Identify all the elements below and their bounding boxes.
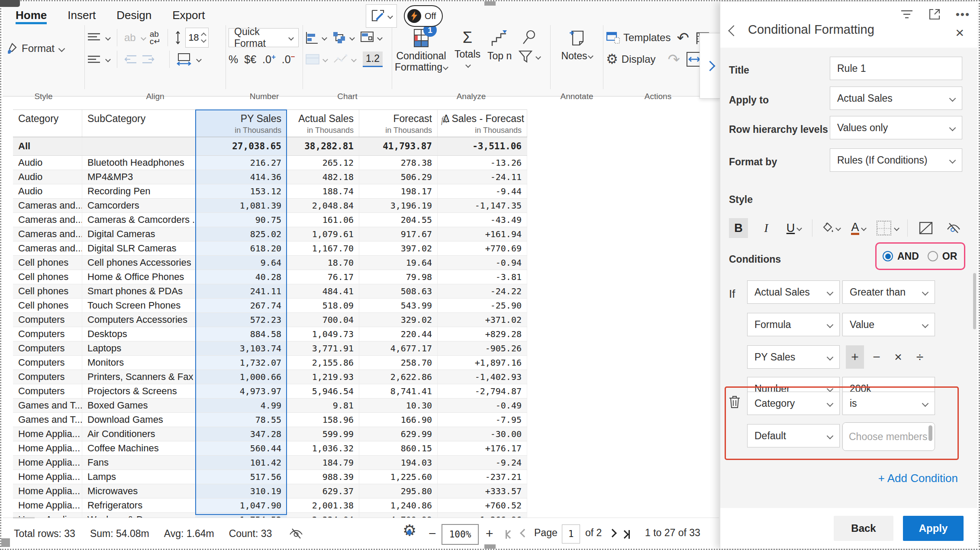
- more-options-icon[interactable]: •••: [956, 12, 970, 16]
- condition2-operator-dropdown[interactable]: is: [842, 392, 935, 415]
- cell-actual-sales[interactable]: 2,048.84: [287, 199, 359, 212]
- cell-py-sales[interactable]: 4.99: [196, 399, 287, 412]
- cell-py-sales[interactable]: 1,000.66: [196, 370, 287, 384]
- fill-color-button[interactable]: [821, 218, 840, 238]
- search-icon[interactable]: [522, 29, 537, 45]
- apply-to-dropdown[interactable]: Actual Sales: [830, 87, 962, 110]
- condition1-field-dropdown[interactable]: Actual Sales: [747, 280, 840, 304]
- cell-actual-sales[interactable]: 700.04: [287, 313, 359, 327]
- cell-forecast[interactable]: 41,793.87: [359, 137, 438, 155]
- cell-subcategory[interactable]: Touch Screen Phones: [82, 299, 196, 312]
- currency-format-button[interactable]: $€: [244, 53, 256, 66]
- decrease-indent-icon[interactable]: [124, 54, 137, 64]
- cell-delta[interactable]: -0.94: [438, 256, 527, 270]
- cell-subcategory[interactable]: Home & Office Phones: [82, 270, 196, 284]
- cell-actual-sales[interactable]: 5,946.54: [287, 384, 359, 398]
- cell-delta[interactable]: -2,794.87: [438, 384, 527, 398]
- cell-actual-sales[interactable]: 518.09: [287, 299, 359, 312]
- no-image-button[interactable]: [916, 218, 935, 238]
- cell-category[interactable]: Audio: [13, 184, 82, 198]
- cell-actual-sales[interactable]: 988.39: [287, 470, 359, 484]
- cell-delta[interactable]: +1,897.16: [438, 356, 527, 370]
- cell-subcategory[interactable]: Air Conditioners: [82, 427, 196, 441]
- cell-py-sales[interactable]: 101.42: [196, 456, 287, 470]
- cell-forecast[interactable]: 8,741.41: [359, 384, 438, 398]
- cell-category[interactable]: Cell phones: [13, 270, 82, 284]
- cell-py-sales[interactable]: 414.36: [196, 170, 287, 184]
- templates-button[interactable]: Templates: [606, 32, 671, 44]
- cell-subcategory[interactable]: Boxed Games: [82, 399, 196, 412]
- cell-delta[interactable]: -3,511.06: [438, 137, 527, 155]
- popout-icon[interactable]: [928, 8, 941, 21]
- font-color-button[interactable]: A: [849, 218, 868, 238]
- cell-subcategory[interactable]: Projectors & Screens: [82, 384, 196, 398]
- format-by-dropdown[interactable]: Rules (If Conditions): [830, 148, 962, 172]
- cell-py-sales[interactable]: 1,047.90: [196, 499, 287, 512]
- cell-forecast[interactable]: 3,196.19: [359, 199, 438, 212]
- rule-title-input[interactable]: [830, 57, 962, 80]
- cell-subcategory[interactable]: Digital SLR Cameras: [82, 241, 196, 255]
- cell-delta[interactable]: -9.24: [438, 456, 527, 470]
- cell-subcategory[interactable]: Desktops: [82, 327, 196, 341]
- close-icon[interactable]: ×: [955, 26, 964, 39]
- cell-actual-sales[interactable]: 1,036.32: [287, 441, 359, 455]
- conditional-formatting-button[interactable]: 1 Conditional Formatting: [395, 29, 448, 73]
- members-scrollbar[interactable]: [928, 425, 932, 441]
- cell-subcategory[interactable]: Cameras & Camcorders ...: [82, 213, 196, 227]
- cell-forecast[interactable]: 194.03: [359, 456, 438, 470]
- cell-subcategory[interactable]: Recording Pen: [82, 184, 196, 198]
- cell-py-sales[interactable]: 884.58: [196, 327, 287, 341]
- row-height-stepper[interactable]: 18: [185, 28, 208, 48]
- cell-subcategory[interactable]: Smart phones & PDAs: [82, 284, 196, 298]
- choose-members-input[interactable]: [842, 422, 935, 451]
- delete-condition-icon[interactable]: [729, 395, 740, 408]
- cell-py-sales[interactable]: 9.64: [196, 256, 287, 270]
- first-page-button[interactable]: [506, 530, 513, 539]
- operator-minus-button[interactable]: −: [867, 345, 886, 369]
- cell-actual-sales[interactable]: 18.70: [287, 256, 359, 270]
- cell-actual-sales[interactable]: 1,049.73: [287, 327, 359, 341]
- cell-subcategory[interactable]: Fans: [82, 456, 196, 470]
- column-header-forecast[interactable]: Forecastin Thousands: [359, 110, 438, 137]
- cell-category[interactable]: Home Applia...: [13, 456, 82, 470]
- cell-delta[interactable]: -1,147.35: [438, 199, 527, 212]
- rule-title-value[interactable]: [830, 57, 962, 80]
- ribbon-expander[interactable]: [700, 33, 720, 99]
- cell-category[interactable]: Cameras and...: [13, 241, 82, 255]
- tab-export[interactable]: Export: [172, 9, 205, 24]
- column-width-icon[interactable]: [177, 53, 191, 66]
- apply-button[interactable]: Apply: [903, 516, 964, 541]
- row-hierarchy-dropdown[interactable]: Values only: [830, 116, 962, 139]
- vertical-align-icon[interactable]: [87, 32, 100, 43]
- display-button[interactable]: ⚙ Display: [606, 53, 656, 66]
- zoom-in-button[interactable]: +: [486, 524, 493, 543]
- cell-subcategory[interactable]: Laptops: [82, 341, 196, 355]
- condition1-compare-type-dropdown[interactable]: Formula: [747, 313, 840, 336]
- selection-handle-bottom-left[interactable]: [1, 538, 10, 547]
- cell-delta[interactable]: -7.95: [438, 413, 527, 427]
- cell-category[interactable]: Cell phones: [13, 284, 82, 298]
- cell-py-sales[interactable]: 1,081.39: [196, 199, 287, 212]
- bold-button[interactable]: B: [729, 218, 748, 238]
- cell-actual-sales[interactable]: 484.41: [287, 284, 359, 298]
- format-button[interactable]: Format: [5, 42, 64, 55]
- cell-subcategory[interactable]: Cell phones Accessories: [82, 256, 196, 270]
- zoom-out-button[interactable]: −: [429, 524, 436, 543]
- cell-actual-sales[interactable]: 599.99: [287, 427, 359, 441]
- cell-py-sales[interactable]: 3,103.74: [196, 341, 287, 355]
- cell-category[interactable]: Audio: [13, 156, 82, 170]
- cell-forecast[interactable]: 629.99: [359, 427, 438, 441]
- cell-actual-sales[interactable]: 3,771.91: [287, 341, 359, 355]
- cell-subcategory[interactable]: Camcorders: [82, 199, 196, 212]
- cell-category[interactable]: Cameras and...: [13, 213, 82, 227]
- cell-actual-sales[interactable]: 482.18: [287, 170, 359, 184]
- cell-py-sales[interactable]: 618.20: [196, 241, 287, 255]
- increase-decimal-button[interactable]: .0+: [262, 53, 276, 66]
- cell-py-sales[interactable]: 90.75: [196, 213, 287, 227]
- cell-delta[interactable]: +829.28: [438, 327, 527, 341]
- cell-actual-sales[interactable]: 161.06: [287, 213, 359, 227]
- cell-forecast[interactable]: 508.63: [359, 284, 438, 298]
- cell-category[interactable]: Home Applia...: [13, 427, 82, 441]
- sort-lines-icon[interactable]: [900, 10, 913, 19]
- cell-forecast[interactable]: 1,240.86: [359, 499, 438, 512]
